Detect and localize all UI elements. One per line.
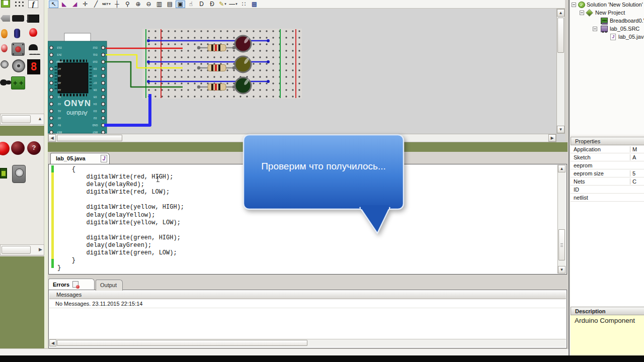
speaker-icon[interactable] <box>1 60 9 68</box>
black-connector-icon[interactable] <box>0 79 7 85</box>
red-indicator-dark-icon[interactable] <box>11 141 25 155</box>
red-led-icon[interactable] <box>29 28 37 37</box>
move-tool[interactable]: ✛ <box>80 1 90 8</box>
palette-scrollbar-2[interactable]: ▶ <box>0 244 44 255</box>
buffer-gate-tool[interactable]: Ð <box>207 1 217 8</box>
property-row-eeprom[interactable]: eeprom <box>571 161 644 169</box>
ground-wire[interactable] <box>104 94 150 125</box>
dip-pins-component-icon[interactable] <box>13 0 24 8</box>
canvas-vertical-scrollbar[interactable]: ▲ ▼ <box>556 9 565 134</box>
zoom-in-tool[interactable]: ⊕ <box>133 1 143 8</box>
red-indicator-bright-icon[interactable] <box>0 142 10 155</box>
dots-tool[interactable]: ∷ <box>239 1 249 8</box>
breadboard-large-tool[interactable]: ▤ <box>165 1 175 8</box>
pushbutton-icon[interactable] <box>12 43 25 56</box>
property-row-netlist[interactable]: netlist <box>571 194 644 202</box>
tag-connector-icon[interactable] <box>1 15 10 22</box>
grid-tool[interactable]: ▩ <box>250 1 259 8</box>
red-led[interactable] <box>235 36 251 52</box>
panel-splitter[interactable] <box>44 0 48 348</box>
function-component-icon[interactable]: f <box>28 0 38 8</box>
green-terminal-icon[interactable] <box>11 76 25 89</box>
tree-item-breadboard[interactable]: Breadboard0.V <box>571 17 644 25</box>
lcd-display-icon[interactable] <box>0 168 7 178</box>
nano-pin-d12[interactable] <box>102 46 105 49</box>
scrollbar-thumb[interactable] <box>57 135 122 141</box>
collapse-icon[interactable] <box>593 27 597 31</box>
nano-pin-d7[interactable] <box>102 81 105 84</box>
nano-pin-d5[interactable] <box>102 96 105 99</box>
scroll-up-icon[interactable]: ▲ <box>558 165 566 172</box>
palette-scrollbar-1[interactable]: ▲ <box>0 114 44 125</box>
orange-capacitor-icon[interactable] <box>1 29 8 38</box>
pan-hand-tool[interactable]: ☝ <box>186 1 196 8</box>
transistor-icon[interactable] <box>29 44 38 50</box>
nano-pin-a5[interactable] <box>50 81 53 84</box>
help-indicator-icon[interactable] <box>27 141 41 155</box>
canvas-horizontal-scrollbar[interactable]: ◀ ▶ <box>48 134 556 142</box>
dropdown-arrow-icon[interactable]: ▾ <box>109 2 111 6</box>
property-row-id[interactable]: ID <box>571 186 644 194</box>
zoom-out-tool[interactable]: ⊖ <box>144 1 153 8</box>
zoom-tool[interactable]: ⚲ <box>123 1 132 8</box>
blue-capacitor-icon[interactable] <box>14 29 20 38</box>
property-row-application[interactable]: ApplicationM <box>571 145 644 153</box>
scroll-left-icon[interactable]: ◀ <box>49 339 56 346</box>
property-row-nets[interactable]: NetsC <box>571 177 644 186</box>
nano-pin-d9[interactable] <box>102 67 105 70</box>
collapse-icon[interactable] <box>572 3 576 7</box>
messages-horizontal-scrollbar[interactable]: ◀ <box>49 339 566 347</box>
scroll-arrow-icon[interactable]: ▲ <box>38 116 42 121</box>
green-led[interactable] <box>235 77 251 94</box>
potentiometer-icon[interactable] <box>12 59 25 72</box>
design-canvas[interactable]: NANO Arduino D133V3AREFA7A6A5A4A3A2A1A05… <box>48 9 565 142</box>
save-layout-tool[interactable]: ▣ <box>176 1 185 8</box>
nano-pin-aref[interactable] <box>50 60 53 63</box>
message-row[interactable]: No Messages. 23.11.2015 22:15:14 <box>49 300 566 308</box>
tab-errors[interactable]: Errors <box>48 279 95 290</box>
nano-pin-d6[interactable] <box>102 88 105 92</box>
flip-vertical-tool[interactable]: ◢ <box>70 1 79 8</box>
small-led-icon[interactable] <box>1 44 8 52</box>
scroll-down-icon[interactable]: ▼ <box>558 266 566 274</box>
net-tool[interactable]: NET▾ <box>102 1 111 8</box>
nano-pin-d2[interactable] <box>102 117 105 120</box>
nano-pin-d8[interactable] <box>102 74 105 77</box>
tree-item-src[interactable]: lab_05.SRC <box>571 25 644 33</box>
property-row-eeprom-size[interactable]: eeprom size5 <box>571 169 644 177</box>
nano-pin-a7[interactable] <box>50 67 53 70</box>
nano-pin-5v[interactable] <box>50 124 53 127</box>
nano-pin-d4[interactable] <box>102 103 105 106</box>
editor-tab-lab05[interactable]: lab_05.java <box>50 153 110 164</box>
nano-pin-d10[interactable] <box>102 60 105 63</box>
code-text[interactable]: { digitalWrite(red, HIGH); delay(delayRe… <box>57 166 184 272</box>
nano-pin-d11[interactable] <box>102 53 105 56</box>
nano-pin-3v3[interactable] <box>50 53 53 56</box>
property-row-sketch[interactable]: SketchA <box>571 153 644 161</box>
scroll-right-icon[interactable]: ▶ <box>548 134 556 142</box>
scrollbar-thumb[interactable] <box>558 229 565 260</box>
nano-pin-a2[interactable] <box>50 103 53 106</box>
scrollbar-thumb[interactable] <box>57 340 307 346</box>
nano-pin-a4[interactable] <box>50 88 53 92</box>
scroll-arrow-icon[interactable]: ▶ <box>39 247 42 252</box>
nano-pin-d13[interactable] <box>50 46 53 49</box>
u-bracket-component-icon[interactable] <box>1 0 10 8</box>
tab-output[interactable]: Output <box>96 280 123 291</box>
nano-pin-a6[interactable] <box>50 74 53 77</box>
and-gate-tool[interactable]: D <box>197 1 206 8</box>
scroll-up-icon[interactable]: ▲ <box>557 9 565 17</box>
ic-chip-icon[interactable] <box>27 15 39 23</box>
wire-tool[interactable]: ╱ <box>91 1 101 8</box>
black-diode-icon[interactable] <box>12 15 24 22</box>
tree-item-project[interactable]: New Project <box>571 9 644 17</box>
collapse-icon[interactable] <box>580 11 584 15</box>
editor-vertical-scrollbar[interactable]: ▲ ▼ <box>557 165 566 274</box>
panel-meter-icon[interactable] <box>12 165 26 183</box>
nano-pin-d3[interactable] <box>102 110 105 113</box>
nano-pin-a3[interactable] <box>50 96 53 99</box>
scroll-down-icon[interactable]: ▼ <box>557 126 565 133</box>
scrollbar-thumb[interactable] <box>2 115 31 123</box>
scroll-left-icon[interactable]: ◀ <box>48 134 56 142</box>
flip-horizontal-tool[interactable]: ◣ <box>59 1 69 8</box>
